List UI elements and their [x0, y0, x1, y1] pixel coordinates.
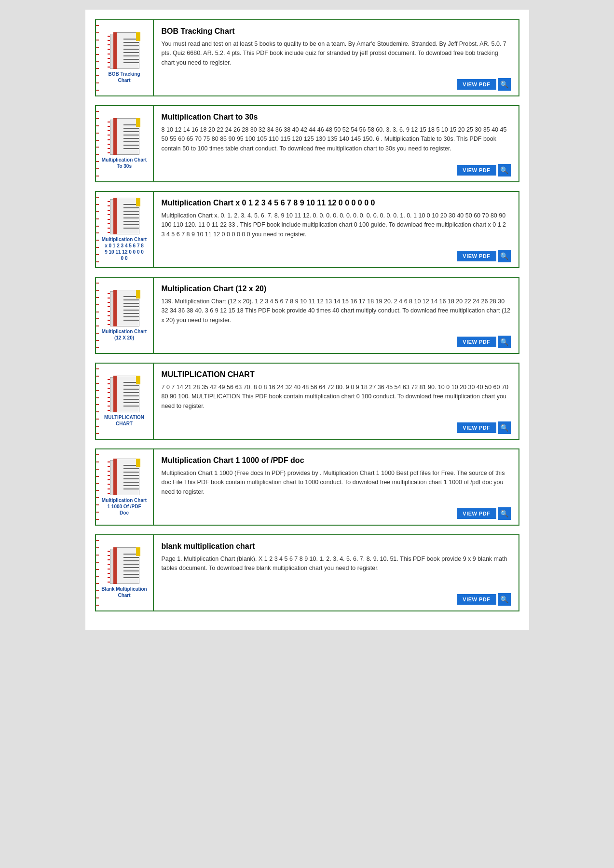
card-right-mult-chart-x: Multiplication Chart x 0 1 2 3 4 5 6 7 8… — [154, 192, 518, 267]
search-icon-button-bob-tracking[interactable]: 🔍 — [498, 78, 511, 91]
book-thumbnail — [108, 198, 141, 236]
view-pdf-button-mult-chart-1000[interactable]: VIEW PDF — [457, 508, 496, 519]
card-right-mult-chart-12x20: Multiplication Chart (12 x 20)139. Multi… — [154, 278, 518, 353]
left-flag — [108, 290, 110, 328]
card-title-mult-chart-12x20: Multiplication Chart (12 x 20) — [162, 285, 511, 293]
card-body-mult-chart-30s: 8 10 12 14 16 18 20 22 24 26 28 30 32 34… — [162, 125, 511, 159]
card-right-blank-mult-chart: blank multiplication chartPage 1. Multip… — [154, 535, 518, 610]
card-footer-mult-chart-x: VIEW PDF🔍 — [162, 250, 511, 262]
card-title-mult-chart-upper: MULTIPLICATION CHART — [162, 370, 511, 379]
book-thumbnail — [108, 118, 141, 157]
card-label-mult-chart-x: Multiplication Chart x 0 1 2 3 4 5 6 7 8… — [102, 236, 147, 261]
card-left-bob-tracking: BOB Tracking Chart — [96, 20, 154, 95]
card-mult-chart-30s: Multiplication Chart To 30sMultiplicatio… — [95, 105, 519, 182]
card-title-mult-chart-x: Multiplication Chart x 0 1 2 3 4 5 6 7 8… — [162, 199, 511, 207]
card-footer-mult-chart-30s: VIEW PDF🔍 — [162, 164, 511, 176]
card-label-mult-chart-upper: MULTIPLICATION CHART — [104, 414, 144, 427]
left-decoration — [96, 364, 100, 439]
card-body-mult-chart-12x20: 139. Multiplication Chart (12 x 20). 1 2… — [162, 297, 511, 331]
view-pdf-button-blank-mult-chart[interactable]: VIEW PDF — [457, 594, 496, 605]
card-label-blank-mult-chart: Blank Multiplication Chart — [101, 586, 147, 598]
card-body-mult-chart-1000: Multiplication Chart 1 1000 (Free docs I… — [162, 469, 511, 502]
card-mult-chart-x: Multiplication Chart x 0 1 2 3 4 5 6 7 8… — [95, 191, 519, 268]
book-thumbnail — [108, 547, 141, 586]
main-page: BOB Tracking ChartBOB Tracking ChartYou … — [85, 10, 529, 630]
card-mult-chart-12x20: Multiplication Chart (12 X 20)Multiplica… — [95, 277, 519, 354]
left-flag — [108, 547, 110, 586]
search-icon-button-mult-chart-30s[interactable]: 🔍 — [498, 164, 511, 176]
left-decoration — [96, 449, 100, 525]
view-pdf-button-mult-chart-30s[interactable]: VIEW PDF — [457, 165, 496, 176]
view-pdf-button-mult-chart-upper[interactable]: VIEW PDF — [457, 422, 496, 433]
card-footer-bob-tracking: VIEW PDF🔍 — [162, 78, 511, 91]
card-title-mult-chart-30s: Multiplication Chart to 30s — [162, 113, 511, 122]
search-icon-button-mult-chart-1000[interactable]: 🔍 — [498, 507, 511, 520]
card-body-mult-chart-x: Multiplication Chart x. 0. 1. 2. 3. 4. 5… — [162, 211, 511, 245]
card-body-blank-mult-chart: Page 1. Multiplication Chart (blank). X … — [162, 555, 511, 588]
view-pdf-button-mult-chart-x[interactable]: VIEW PDF — [457, 251, 496, 261]
card-footer-blank-mult-chart: VIEW PDF🔍 — [162, 593, 511, 606]
book-thumbnail — [108, 459, 141, 497]
left-decoration — [96, 278, 100, 353]
card-label-mult-chart-1000: Multiplication Chart 1 1000 Of /PDF Doc — [102, 497, 147, 516]
card-left-mult-chart-1000: Multiplication Chart 1 1000 Of /PDF Doc — [96, 449, 154, 525]
card-label-mult-chart-12x20: Multiplication Chart (12 X 20) — [102, 328, 147, 341]
book-thumbnail — [108, 290, 141, 328]
card-right-mult-chart-30s: Multiplication Chart to 30s8 10 12 14 16… — [154, 106, 518, 181]
card-footer-mult-chart-12x20: VIEW PDF🔍 — [162, 336, 511, 348]
left-flag — [108, 118, 110, 157]
card-left-mult-chart-upper: MULTIPLICATION CHART — [96, 364, 154, 439]
card-right-mult-chart-1000: Multiplication Chart 1 1000 of /PDF docM… — [154, 449, 518, 525]
card-left-mult-chart-x: Multiplication Chart x 0 1 2 3 4 5 6 7 8… — [96, 192, 154, 267]
left-flag — [108, 32, 110, 71]
card-label-bob-tracking: BOB Tracking Chart — [108, 71, 140, 83]
card-title-bob-tracking: BOB Tracking Chart — [162, 27, 511, 36]
card-footer-mult-chart-1000: VIEW PDF🔍 — [162, 507, 511, 520]
left-flag — [108, 376, 110, 414]
card-body-mult-chart-upper: 7 0 7 14 21 28 35 42 49 56 63 70. 8 0 8 … — [162, 383, 511, 417]
book-thumbnail — [108, 376, 141, 414]
card-body-bob-tracking: You must read and test on at least 5 boo… — [162, 40, 511, 73]
search-icon-button-mult-chart-upper[interactable]: 🔍 — [498, 421, 511, 434]
card-right-mult-chart-upper: MULTIPLICATION CHART7 0 7 14 21 28 35 42… — [154, 364, 518, 439]
book-thumbnail — [108, 32, 141, 71]
left-flag — [108, 459, 110, 497]
search-icon-button-mult-chart-x[interactable]: 🔍 — [498, 250, 511, 262]
card-right-bob-tracking: BOB Tracking ChartYou must read and test… — [154, 20, 518, 95]
card-mult-chart-1000: Multiplication Chart 1 1000 Of /PDF DocM… — [95, 448, 519, 526]
left-decoration — [96, 192, 100, 267]
search-icon-button-mult-chart-12x20[interactable]: 🔍 — [498, 336, 511, 348]
card-title-blank-mult-chart: blank multiplication chart — [162, 542, 511, 551]
card-left-mult-chart-12x20: Multiplication Chart (12 X 20) — [96, 278, 154, 353]
view-pdf-button-mult-chart-12x20[interactable]: VIEW PDF — [457, 337, 496, 347]
view-pdf-button-bob-tracking[interactable]: VIEW PDF — [457, 79, 496, 90]
card-mult-chart-upper: MULTIPLICATION CHARTMULTIPLICATION CHART… — [95, 363, 519, 440]
card-bob-tracking: BOB Tracking ChartBOB Tracking ChartYou … — [95, 19, 519, 96]
card-left-mult-chart-30s: Multiplication Chart To 30s — [96, 106, 154, 181]
left-decoration — [96, 20, 100, 95]
card-left-blank-mult-chart: Blank Multiplication Chart — [96, 535, 154, 610]
card-blank-mult-chart: Blank Multiplication Chartblank multipli… — [95, 534, 519, 611]
left-decoration — [96, 106, 100, 181]
cards-container: BOB Tracking ChartBOB Tracking ChartYou … — [95, 19, 519, 611]
left-flag — [108, 198, 110, 236]
search-icon-button-blank-mult-chart[interactable]: 🔍 — [498, 593, 511, 606]
left-decoration — [96, 535, 100, 610]
card-title-mult-chart-1000: Multiplication Chart 1 1000 of /PDF doc — [162, 456, 511, 465]
card-label-mult-chart-30s: Multiplication Chart To 30s — [102, 157, 147, 169]
card-footer-mult-chart-upper: VIEW PDF🔍 — [162, 421, 511, 434]
